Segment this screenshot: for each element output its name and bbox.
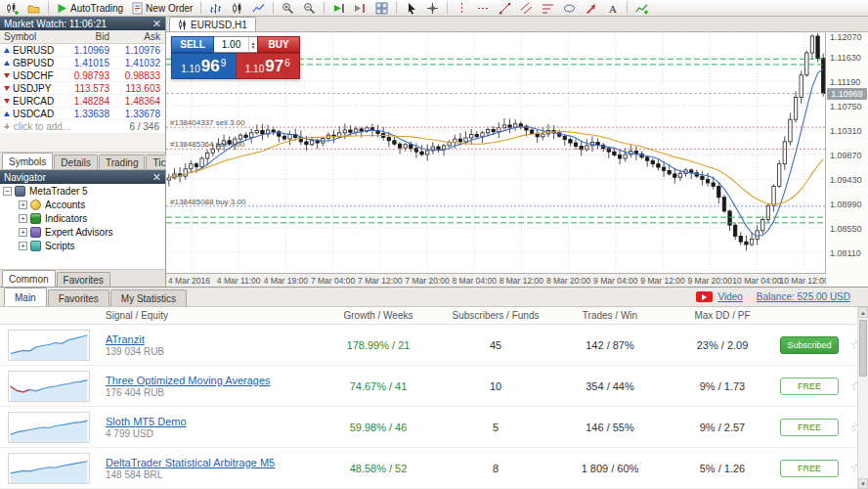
fibonacci-button[interactable] bbox=[538, 1, 558, 16]
signal-row[interactable]: Three Optimized Moving Averages176 404 R… bbox=[0, 366, 868, 407]
equidistant-channel-button[interactable] bbox=[516, 1, 537, 16]
bar-chart-button[interactable] bbox=[205, 1, 226, 16]
new-order-button[interactable]: New Order bbox=[128, 1, 196, 16]
chart-shift-icon bbox=[354, 2, 367, 15]
chart-tab-eurusd-h1[interactable]: EURUSD,H1 bbox=[169, 17, 256, 31]
zoom-in-button[interactable] bbox=[278, 1, 298, 16]
column-signal-equity[interactable]: Signal / Equity bbox=[96, 310, 316, 321]
scrollbar-thumb[interactable] bbox=[859, 320, 867, 377]
volume-stepper[interactable]: ▲▼ bbox=[248, 37, 257, 52]
chart-body[interactable]: #138404337 sell 3.00#138485364 sell 3.00… bbox=[166, 32, 868, 287]
volume-field[interactable]: 1.00 ▲▼ bbox=[214, 36, 257, 53]
autotrading-button[interactable]: AutoTrading bbox=[53, 1, 127, 16]
tree-item-accounts[interactable]: +Accounts bbox=[0, 198, 165, 211]
buy-button[interactable]: BUY bbox=[257, 36, 300, 53]
signal-name-link[interactable]: DeltaTrader Statistical Arbitrage M5 bbox=[106, 457, 316, 468]
tree-item-expert-advisors[interactable]: +Expert Advisors bbox=[0, 225, 165, 239]
accounts-icon bbox=[30, 200, 41, 210]
volume-value[interactable]: 1.00 bbox=[214, 39, 248, 50]
tab-trading[interactable]: Trading bbox=[99, 155, 146, 169]
tree-item-scripts[interactable]: +Scripts bbox=[0, 239, 165, 252]
signal-name-link[interactable]: Three Optimized Moving Averages bbox=[106, 375, 316, 386]
column-ask[interactable]: Ask bbox=[113, 31, 164, 42]
auto-scroll-button[interactable] bbox=[328, 1, 349, 16]
free-button[interactable]: FREE bbox=[780, 378, 839, 395]
navigator-titlebar[interactable]: Navigator ✕ bbox=[0, 170, 165, 184]
free-button[interactable]: FREE bbox=[780, 460, 839, 477]
signal-row[interactable]: DeltaTrader Statistical Arbitrage M5148 … bbox=[0, 448, 868, 489]
crosshair-button[interactable] bbox=[422, 1, 443, 16]
text-tool-button[interactable]: A bbox=[602, 1, 623, 16]
video-icon[interactable] bbox=[696, 291, 713, 302]
chart-price-axis[interactable]: 1.120701.116301.111901.107501.103101.098… bbox=[826, 32, 868, 287]
scroll-up-icon[interactable]: ▲ bbox=[858, 307, 868, 318]
tab-common[interactable]: Common bbox=[2, 270, 56, 287]
line-chart-button[interactable] bbox=[248, 1, 269, 16]
signal-name-link[interactable]: Sloth MT5 Demo bbox=[106, 416, 316, 427]
market-watch-row[interactable]: GBPUSD1.410151.41032 bbox=[0, 57, 165, 69]
cursor-button[interactable] bbox=[401, 1, 421, 16]
market-watch-row[interactable]: EURUSD1.109691.10976 bbox=[0, 44, 165, 57]
profiles-button[interactable] bbox=[23, 1, 44, 16]
buy-price-box[interactable]: 1.10 97 6 bbox=[236, 53, 301, 79]
video-link[interactable]: Video bbox=[717, 291, 742, 302]
market-watch-row[interactable]: USDJPY113.573113.603 bbox=[0, 82, 165, 95]
expand-icon[interactable]: + bbox=[19, 228, 27, 237]
collapse-icon[interactable]: − bbox=[3, 187, 12, 196]
fibonacci-icon bbox=[542, 2, 554, 15]
expand-icon[interactable]: + bbox=[19, 200, 27, 209]
market-watch-titlebar[interactable]: Market Watch: 11:06:21 ✕ bbox=[0, 17, 165, 30]
close-icon[interactable]: ✕ bbox=[152, 172, 161, 182]
vertical-scrollbar[interactable]: ▲ ▼ bbox=[857, 307, 868, 489]
tree-item-indicators[interactable]: +Indicators bbox=[0, 211, 165, 225]
close-icon[interactable]: ✕ bbox=[152, 19, 161, 28]
scroll-down-icon[interactable]: ▼ bbox=[858, 478, 868, 489]
time-label: 9 Mar 20:00 bbox=[688, 276, 732, 286]
column-subscribers-funds[interactable]: Subscribers / Funds bbox=[441, 310, 550, 321]
trendline-button[interactable] bbox=[495, 1, 515, 16]
add-symbol-row[interactable]: + click to add... 6 / 346 bbox=[0, 120, 165, 133]
tab-main[interactable]: Main bbox=[4, 288, 47, 306]
candlestick-chart-button[interactable] bbox=[227, 1, 247, 16]
line-chart-icon bbox=[252, 2, 265, 15]
market-watch-row[interactable]: EURCAD1.482841.48364 bbox=[0, 95, 165, 108]
market-watch-row[interactable]: USDCAD1.336381.33678 bbox=[0, 108, 165, 120]
sell-button[interactable]: SELL bbox=[171, 36, 214, 53]
vertical-line-button[interactable] bbox=[452, 1, 472, 16]
horizontal-line-button[interactable] bbox=[473, 1, 494, 16]
time-label: 9 Mar 04:00 bbox=[593, 276, 637, 286]
signal-row[interactable]: ATranzit139 034 RUB178.99% / 2145142 / 8… bbox=[0, 325, 868, 366]
tree-item-metatrader-5[interactable]: −MetaTrader 5 bbox=[0, 184, 165, 198]
column-trades-win[interactable]: Trades / Win bbox=[550, 310, 670, 321]
tile-windows-button[interactable] bbox=[371, 1, 392, 16]
crosshair-icon bbox=[426, 2, 439, 15]
tab-details[interactable]: Details bbox=[54, 155, 98, 169]
tab-symbols[interactable]: Symbols bbox=[2, 153, 53, 169]
spinner-down-icon[interactable]: ▼ bbox=[251, 45, 256, 49]
ellipse-tool-button[interactable] bbox=[559, 1, 580, 16]
market-watch-row[interactable]: USDCHF0.987930.98833 bbox=[0, 69, 165, 82]
column-growth-weeks[interactable]: Growth / Weeks bbox=[316, 310, 441, 321]
ask-price: 1.41032 bbox=[113, 58, 164, 68]
signal-row[interactable]: Sloth MT5 Demo4 799 USD59.98% / 465146 /… bbox=[0, 407, 868, 448]
tab-my-statistics[interactable]: My Statistics bbox=[110, 289, 187, 306]
tab-favorites[interactable]: Favorites bbox=[48, 289, 109, 306]
new-chart-button[interactable] bbox=[2, 1, 22, 16]
subscribed-button[interactable]: Subscribed bbox=[780, 336, 839, 354]
signal-name-link[interactable]: ATranzit bbox=[106, 333, 316, 345]
column-bid[interactable]: Bid bbox=[63, 31, 113, 42]
chart-time-axis[interactable]: 4 Mar 20164 Mar 11:004 Mar 19:007 Mar 04… bbox=[166, 273, 826, 287]
main-toolbar: AutoTrading New Order A bbox=[0, 0, 868, 17]
sell-price-box[interactable]: 1.10 96 9 bbox=[171, 53, 236, 79]
column-symbol[interactable]: Symbol bbox=[0, 31, 63, 42]
expand-icon[interactable]: + bbox=[19, 214, 27, 223]
zoom-out-button[interactable] bbox=[299, 1, 320, 16]
chart-shift-button[interactable] bbox=[350, 1, 370, 16]
expand-icon[interactable]: + bbox=[19, 242, 27, 250]
tab-favorites[interactable]: Favorites bbox=[57, 272, 110, 287]
column-maxdd-pf[interactable]: Max DD / PF bbox=[670, 310, 775, 321]
balance-link[interactable]: Balance: 525.00 USD bbox=[757, 291, 850, 302]
arrow-tool-button[interactable] bbox=[581, 1, 601, 16]
indicators-button[interactable] bbox=[631, 1, 652, 16]
free-button[interactable]: FREE bbox=[780, 419, 839, 436]
